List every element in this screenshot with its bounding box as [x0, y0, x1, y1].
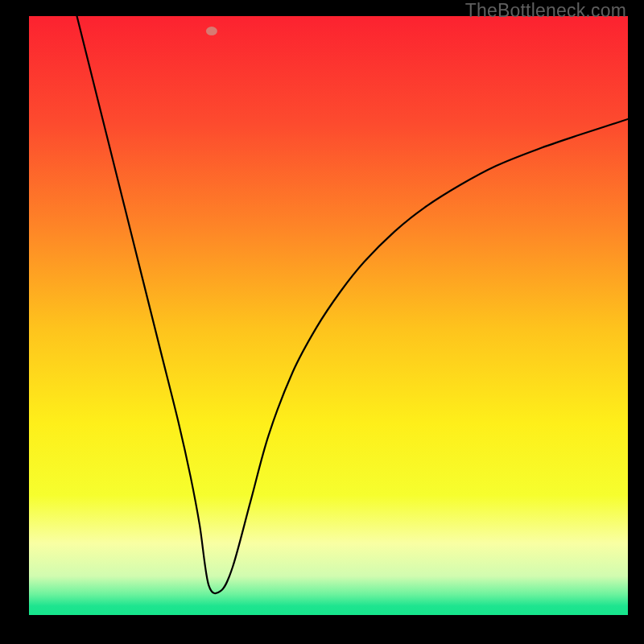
bottleneck-curve: [77, 16, 628, 593]
watermark-text: TheBottleneck.com: [465, 0, 626, 22]
optimum-marker: [206, 27, 217, 35]
plot-frame: [29, 16, 628, 615]
curve-layer: [29, 16, 628, 615]
